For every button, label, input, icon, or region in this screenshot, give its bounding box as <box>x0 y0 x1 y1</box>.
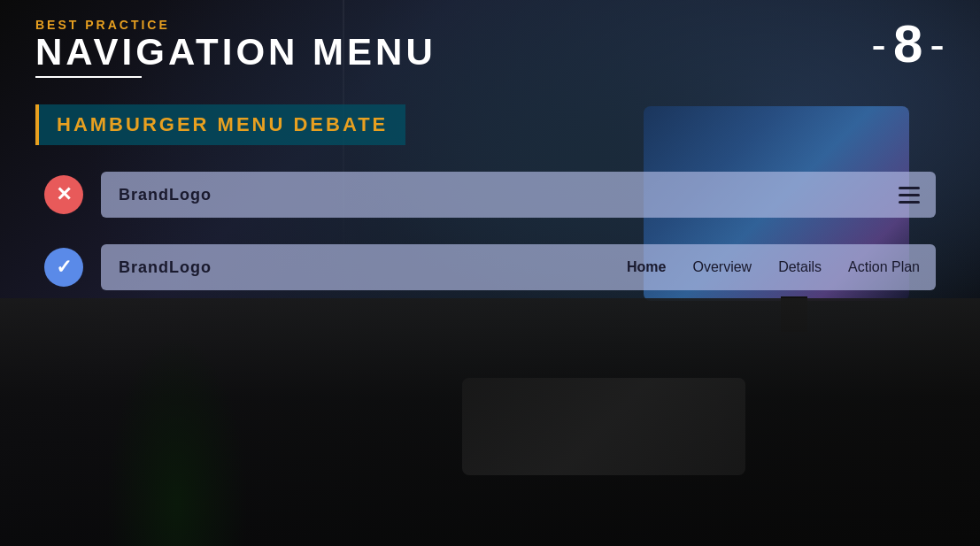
good-status-icon: ✓ <box>44 248 83 287</box>
hamburger-button[interactable] <box>899 187 920 204</box>
brand-logo-bad: BrandLogo <box>119 186 212 204</box>
page-number-block: - 8 - <box>871 18 945 71</box>
nav-example-bad: ✕ BrandLogo <box>44 172 936 218</box>
section-title: HAMBURGER MENU DEBATE <box>57 113 388 135</box>
title-underline <box>35 76 142 78</box>
header: BEST PRACTICE NAVIGATION MENU - 8 - <box>35 18 945 78</box>
x-icon: ✕ <box>56 183 72 206</box>
nav-link-details[interactable]: Details <box>778 259 822 275</box>
hamburger-line-3 <box>899 201 920 204</box>
hamburger-line-1 <box>899 187 920 189</box>
nav-links: Home Overview Details Action Plan <box>627 259 920 275</box>
best-practice-label: BEST PRACTICE <box>35 18 436 32</box>
dash-left: - <box>871 22 886 66</box>
brand-logo-good: BrandLogo <box>119 258 212 277</box>
title-block: BEST PRACTICE NAVIGATION MENU <box>35 18 436 78</box>
nav-bar-bad: BrandLogo <box>101 172 936 218</box>
nav-link-home[interactable]: Home <box>627 259 666 275</box>
nav-link-action-plan[interactable]: Action Plan <box>848 259 920 275</box>
hamburger-line-2 <box>899 194 920 196</box>
main-content: BEST PRACTICE NAVIGATION MENU - 8 - HAMB… <box>0 0 980 546</box>
dash-right: - <box>930 22 945 66</box>
main-title: NAVIGATION MENU <box>35 34 436 71</box>
nav-example-good: ✓ BrandLogo Home Overview Details Action… <box>44 244 936 290</box>
check-icon: ✓ <box>56 256 72 279</box>
section-title-bar: HAMBURGER MENU DEBATE <box>35 104 405 145</box>
page-number-value: 8 <box>893 18 922 71</box>
nav-examples: ✕ BrandLogo ✓ BrandLogo Home Overview <box>35 172 945 290</box>
nav-bar-good: BrandLogo Home Overview Details Action P… <box>101 244 936 290</box>
nav-link-overview[interactable]: Overview <box>692 259 752 275</box>
bad-status-icon: ✕ <box>44 175 83 214</box>
